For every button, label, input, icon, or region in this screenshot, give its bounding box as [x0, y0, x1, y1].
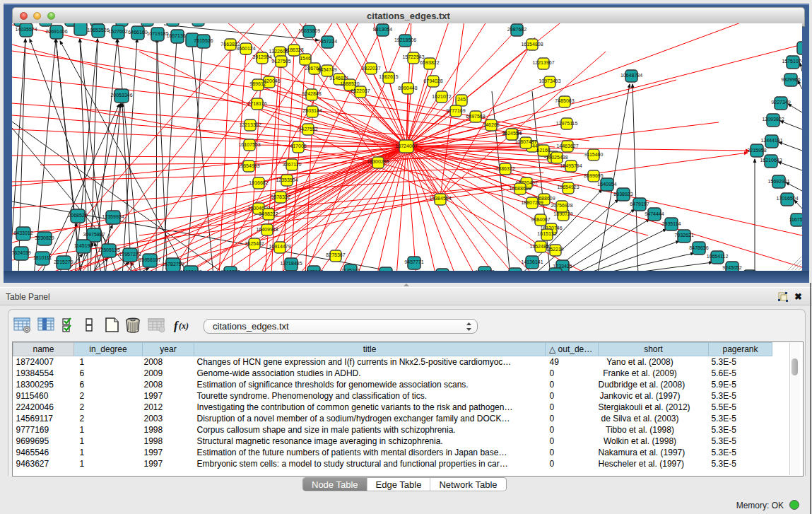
svg-text:1145194: 1145194 [74, 243, 93, 248]
svg-text:8699695: 8699695 [584, 173, 603, 178]
svg-text:10025438: 10025438 [546, 155, 567, 160]
svg-text:1527602: 1527602 [108, 29, 127, 34]
svg-text:8813054: 8813054 [373, 27, 392, 32]
svg-text:7932621: 7932621 [674, 233, 693, 238]
svg-text:9242848: 9242848 [302, 91, 321, 96]
svg-text:12505135: 12505135 [98, 247, 119, 252]
svg-text:9115460: 9115460 [584, 152, 604, 157]
svg-text:2215279: 2215279 [54, 259, 73, 264]
svg-text:8454749: 8454749 [317, 67, 336, 72]
svg-text:12975115: 12975115 [556, 121, 578, 126]
svg-text:3267110: 3267110 [283, 162, 302, 167]
svg-text:8186328: 8186328 [284, 47, 303, 52]
svg-text:6466160: 6466160 [128, 30, 147, 35]
svg-text:12093822: 12093822 [762, 117, 784, 122]
svg-text:1588520: 1588520 [340, 81, 359, 86]
svg-text:16409948: 16409948 [256, 227, 278, 232]
svg-text:10653526: 10653526 [87, 28, 109, 33]
svg-text:15722543: 15722543 [402, 54, 424, 59]
svg-text:14136141: 14136141 [521, 259, 543, 264]
svg-text:13718485: 13718485 [280, 261, 302, 266]
svg-text:9227349: 9227349 [771, 100, 790, 105]
svg-text:1546: 1546 [300, 56, 311, 61]
svg-text:30975887: 30975887 [83, 232, 105, 237]
svg-text:16671365: 16671365 [166, 33, 188, 38]
svg-text:7624039: 7624039 [12, 250, 31, 255]
svg-text:18300295: 18300295 [367, 159, 389, 164]
svg-text:17359934: 17359934 [102, 214, 124, 219]
svg-text:9245052: 9245052 [722, 265, 741, 270]
svg-text:10973493: 10973493 [539, 78, 560, 83]
svg-text:2087682: 2087682 [507, 27, 526, 32]
svg-text:15692921: 15692921 [767, 179, 789, 184]
svg-text:7485063: 7485063 [555, 98, 574, 103]
svg-text:7357224: 7357224 [318, 39, 337, 44]
svg-text:1615132: 1615132 [537, 231, 556, 236]
svg-text:417006: 417006 [290, 144, 306, 148]
svg-text:9457771: 9457771 [404, 259, 423, 264]
svg-text:16914479: 16914479 [269, 244, 290, 249]
svg-text:62160: 62160 [536, 148, 551, 153]
svg-text:16154808: 16154808 [521, 42, 543, 47]
svg-text:2935114: 2935114 [662, 221, 681, 226]
svg-text:16210643: 16210643 [760, 158, 782, 163]
svg-text:3660124: 3660124 [236, 46, 255, 51]
svg-text:19654983: 19654983 [237, 163, 259, 168]
svg-text:5878332: 5878332 [271, 194, 290, 199]
svg-text:20756928: 20756928 [551, 203, 572, 208]
svg-text:3530829: 3530829 [35, 235, 54, 240]
svg-text:17957273: 17957273 [119, 252, 141, 257]
svg-text:1621072: 1621072 [432, 94, 451, 99]
svg-text:14035574: 14035574 [15, 27, 37, 32]
svg-text:12444191: 12444191 [760, 138, 782, 143]
svg-text:2068526: 2068526 [68, 213, 87, 218]
svg-text:12213362: 12213362 [239, 122, 261, 127]
svg-text:10648784: 10648784 [620, 73, 642, 78]
svg-text:19654923: 19654923 [557, 185, 579, 189]
svg-text:3215958: 3215958 [747, 148, 766, 153]
svg-text:18807299: 18807299 [521, 200, 543, 205]
svg-text:8938923: 8938923 [613, 192, 632, 197]
svg-text:20053346: 20053346 [110, 93, 132, 98]
svg-text:16107553: 16107553 [238, 142, 260, 147]
svg-text:6433012: 6433012 [13, 230, 33, 235]
svg-text:3624554: 3624554 [502, 131, 521, 136]
svg-text:1362615: 1362615 [379, 74, 398, 79]
svg-text:9474444: 9474444 [645, 211, 664, 216]
svg-text:12353594: 12353594 [276, 177, 298, 182]
svg-text:10688609: 10688609 [509, 186, 531, 191]
svg-text:2718176: 2718176 [247, 101, 266, 106]
svg-text:7886372: 7886372 [495, 166, 514, 171]
svg-text:245: 245 [457, 97, 466, 102]
svg-text:16782759: 16782759 [162, 262, 184, 267]
svg-text:6497568: 6497568 [466, 114, 485, 119]
svg-text:18495794: 18495794 [560, 163, 582, 168]
svg-text:14463627: 14463627 [556, 144, 578, 148]
svg-text:9084067: 9084067 [531, 217, 550, 222]
svg-text:8275367: 8275367 [326, 252, 345, 257]
svg-text:2803144: 2803144 [302, 108, 322, 113]
svg-text:10719185: 10719185 [146, 31, 168, 36]
svg-text:16033809: 16033809 [298, 28, 320, 33]
svg-text:7515526: 7515526 [194, 38, 213, 43]
svg-text:12213967: 12213967 [532, 60, 554, 65]
svg-text:3498222: 3498222 [259, 211, 278, 216]
svg-text:6794028: 6794028 [423, 78, 442, 83]
svg-text:1916682: 1916682 [249, 180, 268, 185]
svg-text:3822037: 3822037 [361, 66, 380, 71]
svg-text:18724007: 18724007 [395, 144, 417, 148]
svg-text:746266: 746266 [483, 122, 499, 127]
svg-text:1640954: 1640954 [597, 182, 616, 187]
svg-text:6479197: 6479197 [630, 201, 649, 206]
svg-text:3912954: 3912954 [252, 54, 271, 59]
svg-text:10807487: 10807487 [514, 139, 536, 144]
svg-text:1810111: 1810111 [33, 255, 52, 260]
svg-text:252214: 252214 [547, 247, 563, 252]
svg-text:989612: 989612 [249, 81, 266, 86]
svg-text:19218506: 19218506 [394, 37, 416, 42]
svg-text:17016504: 17016504 [776, 196, 798, 201]
svg-text:9127505: 9127505 [271, 59, 290, 64]
svg-text:7625402: 7625402 [245, 241, 264, 246]
svg-text:9777169: 9777169 [446, 108, 465, 113]
svg-text:6593822: 6593822 [420, 60, 439, 65]
